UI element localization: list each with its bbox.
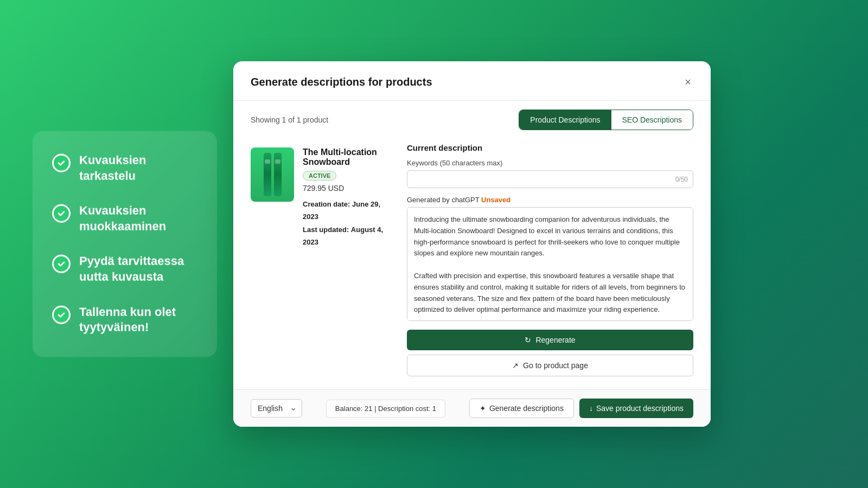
checklist-label-1: Kuvauksien tarkastelu — [79, 153, 197, 184]
checklist-item-1: Kuvauksien tarkastelu — [52, 153, 197, 184]
generate-btn-label: Generate descriptions — [489, 404, 564, 413]
checklist-item-2: Kuvauksien muokkaaminen — [52, 203, 197, 234]
unsaved-badge: Unsaved — [481, 196, 510, 204]
checklist-label-3: Pyydä tarvittaessa uutta kuvausta — [79, 254, 197, 285]
tab-seo-descriptions[interactable]: SEO Descriptions — [611, 110, 693, 130]
save-icon: ↓ — [589, 404, 593, 413]
keywords-input[interactable] — [407, 170, 693, 188]
modal-header: Generate descriptions for products × — [233, 61, 711, 101]
regenerate-label: Regenerate — [535, 336, 575, 344]
check-icon-2 — [52, 204, 71, 223]
product-details: The Multi-location Snowboard ACTIVE 729.… — [303, 147, 392, 249]
checklist-label-2: Kuvauksien muokkaaminen — [79, 203, 197, 234]
tab-group: Product Descriptions SEO Descriptions — [519, 110, 693, 130]
last-updated-label: Last updated: — [303, 226, 349, 234]
product-info-row: The Multi-location Snowboard ACTIVE 729.… — [251, 147, 392, 249]
product-name: The Multi-location Snowboard — [303, 147, 392, 167]
close-button[interactable]: × — [682, 74, 693, 89]
current-description-label: Current description — [407, 143, 693, 152]
save-product-descriptions-button[interactable]: ↓ Save product descriptions — [579, 399, 693, 418]
modal-title: Generate descriptions for products — [251, 76, 432, 88]
check-icon-3 — [52, 255, 71, 273]
modal: Generate descriptions for products × Sho… — [233, 61, 711, 427]
save-btn-label: Save product descriptions — [596, 404, 684, 413]
external-link-icon: ↗ — [512, 361, 519, 370]
ski-stripe-right — [274, 153, 282, 196]
sparkle-icon: ✦ — [480, 404, 486, 413]
checklist-label-4: Tallenna kun olet tyytyväinen! — [79, 304, 197, 335]
modal-footer: English Finnish Swedish German French Ba… — [233, 389, 711, 427]
product-meta: Creation date: June 29, 2023 Last update… — [303, 198, 392, 249]
check-icon-4 — [52, 305, 71, 324]
footer-actions: ✦ Generate descriptions ↓ Save product d… — [469, 399, 693, 418]
keywords-label: Keywords (50 characters max) — [407, 159, 693, 167]
check-icon-1 — [52, 154, 71, 172]
modal-body: The Multi-location Snowboard ACTIVE 729.… — [233, 139, 711, 389]
language-select[interactable]: English Finnish Swedish German French — [251, 399, 302, 418]
language-selector-wrapper: English Finnish Swedish German French — [251, 399, 302, 418]
tab-product-descriptions[interactable]: Product Descriptions — [519, 110, 611, 130]
go-to-product-label: Go to product page — [523, 361, 588, 370]
creation-date-label: Creation date: — [303, 200, 350, 208]
modal-toolbar: Showing 1 of 1 product Product Descripti… — [233, 101, 711, 139]
generated-text-area[interactable] — [407, 207, 693, 321]
showing-text: Showing 1 of 1 product — [251, 115, 328, 124]
ski-stripe-left — [264, 153, 271, 196]
balance-info: Balance: 21 | Description cost: 1 — [326, 400, 445, 418]
regenerate-button[interactable]: ↻ Regenerate — [407, 330, 693, 350]
keywords-counter: 0/50 — [675, 176, 688, 183]
checklist-item-3: Pyydä tarvittaessa uutta kuvausta — [52, 254, 197, 285]
generate-descriptions-button[interactable]: ✦ Generate descriptions — [469, 399, 574, 418]
product-price: 729.95 USD — [303, 184, 392, 192]
left-panel: Kuvauksien tarkastelu Kuvauksien muokkaa… — [33, 131, 217, 357]
go-to-product-button[interactable]: ↗ Go to product page — [407, 355, 693, 376]
generated-label: Generated by chatGPT Unsaved — [407, 196, 693, 204]
product-card: The Multi-location Snowboard ACTIVE 729.… — [251, 139, 392, 376]
product-image — [251, 147, 294, 202]
description-panel: Current description Keywords (50 charact… — [407, 139, 693, 376]
product-badge: ACTIVE — [303, 171, 336, 181]
checklist-item-4: Tallenna kun olet tyytyväinen! — [52, 304, 197, 335]
keywords-wrapper: 0/50 — [407, 170, 693, 188]
regenerate-icon: ↻ — [525, 336, 531, 344]
